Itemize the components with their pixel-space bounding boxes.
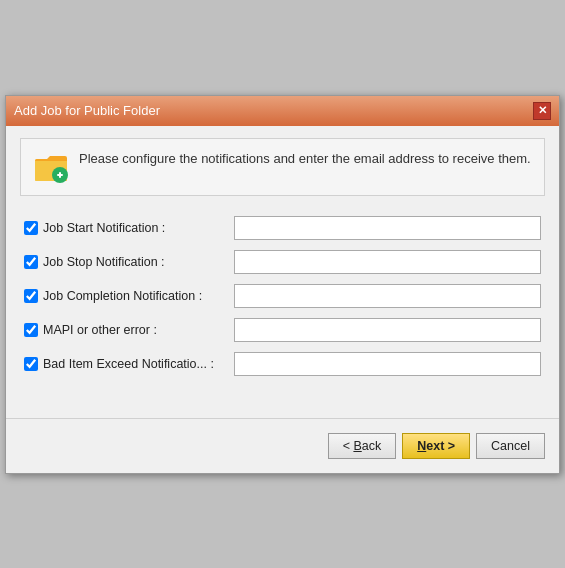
notification-row-job-completion: Job Completion Notification : administra…	[24, 284, 541, 308]
mapi-checkbox[interactable]	[24, 323, 38, 337]
job-stop-label-text: Job Stop Notification :	[43, 255, 165, 269]
info-text: Please configure the notifications and e…	[79, 149, 531, 169]
notification-row-mapi: MAPI or other error : administrator@www.…	[24, 318, 541, 342]
bad-item-label-text: Bad Item Exceed Notificatio... :	[43, 357, 214, 371]
next-button[interactable]: Next >	[402, 433, 470, 459]
cancel-button[interactable]: Cancel	[476, 433, 545, 459]
job-completion-label-text: Job Completion Notification :	[43, 289, 202, 303]
job-start-email[interactable]: administrator@www.cod.com	[234, 216, 541, 240]
job-stop-label[interactable]: Job Stop Notification :	[24, 255, 234, 269]
svg-rect-4	[59, 172, 61, 178]
close-button[interactable]: ✕	[533, 102, 551, 120]
main-window: Add Job for Public Folder ✕ Please confi	[5, 95, 560, 474]
job-start-checkbox[interactable]	[24, 221, 38, 235]
content-area: Please configure the notifications and e…	[6, 126, 559, 398]
title-bar: Add Job for Public Folder ✕	[6, 96, 559, 126]
job-completion-checkbox[interactable]	[24, 289, 38, 303]
job-stop-email[interactable]: administrator@www.cod.com	[234, 250, 541, 274]
notification-row-job-start: Job Start Notification : administrator@w…	[24, 216, 541, 240]
bad-item-checkbox[interactable]	[24, 357, 38, 371]
job-stop-checkbox[interactable]	[24, 255, 38, 269]
form-area: Job Start Notification : administrator@w…	[20, 216, 545, 376]
window-title: Add Job for Public Folder	[14, 103, 160, 118]
info-icon	[33, 149, 69, 185]
button-bar: < Back Next > Cancel	[6, 418, 559, 473]
job-start-label-text: Job Start Notification :	[43, 221, 165, 235]
mapi-label[interactable]: MAPI or other error :	[24, 323, 234, 337]
bad-item-label[interactable]: Bad Item Exceed Notificatio... :	[24, 357, 234, 371]
info-banner: Please configure the notifications and e…	[20, 138, 545, 196]
job-completion-email[interactable]: administrator@www.cod.com	[234, 284, 541, 308]
job-start-label[interactable]: Job Start Notification :	[24, 221, 234, 235]
notification-row-job-stop: Job Stop Notification : administrator@ww…	[24, 250, 541, 274]
back-button[interactable]: < Back	[328, 433, 397, 459]
mapi-label-text: MAPI or other error :	[43, 323, 157, 337]
bad-item-email[interactable]: administrator@www.cod.com	[234, 352, 541, 376]
job-completion-label[interactable]: Job Completion Notification :	[24, 289, 234, 303]
notification-row-bad-item: Bad Item Exceed Notificatio... : adminis…	[24, 352, 541, 376]
mapi-email[interactable]: administrator@www.cod.com	[234, 318, 541, 342]
